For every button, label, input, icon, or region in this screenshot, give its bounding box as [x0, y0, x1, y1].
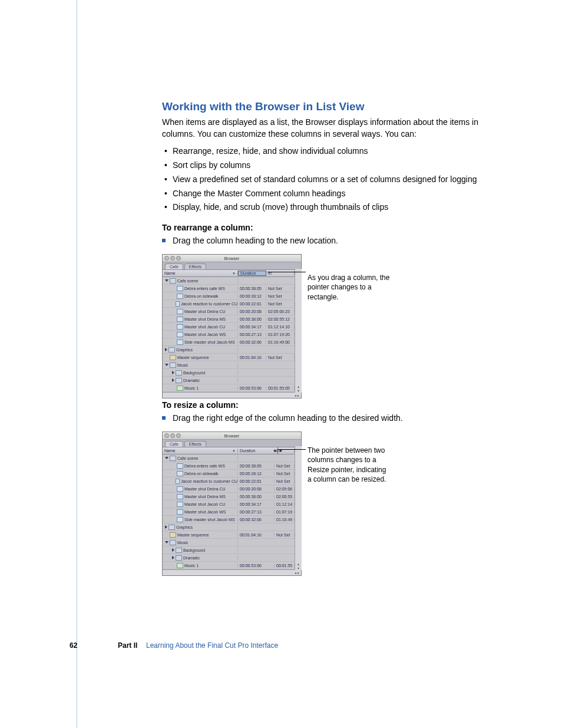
horizontal-scrollbar[interactable]: ◂ ▸: [163, 569, 301, 575]
table-row[interactable]: Jacob reaction to customer CU00:00:22:01…: [163, 477, 301, 485]
list-item: Rearrange, resize, hide, and show indivi…: [162, 144, 510, 159]
section-intro: When items are displayed as a list, the …: [162, 117, 510, 140]
table-row[interactable]: Dramatic: [163, 554, 301, 562]
tab-effects[interactable]: Effects: [184, 263, 206, 269]
window-title: Browser: [163, 434, 301, 438]
table-row[interactable]: Graphics: [163, 346, 301, 354]
table-row[interactable]: Debra enters cafe WS00:00:38:05Not Set: [163, 285, 301, 292]
window-titlebar: Browser: [163, 432, 301, 440]
table-row[interactable]: Master sequence00:01:04:16Not Set: [163, 531, 301, 539]
table-row[interactable]: Master shot Debra MS00:00:38:0002:00:55: [163, 493, 301, 500]
margin-rule: [77, 0, 77, 728]
task1-step: Drag the column heading to the new locat…: [162, 235, 510, 247]
callout-leader: [267, 272, 306, 272]
table-row[interactable]: Master shot Debra CU00:00:20:0802:05:06:…: [163, 308, 301, 315]
tab-cafe[interactable]: Cafe: [165, 441, 183, 447]
list-item: Change the Master Comment column heading…: [162, 187, 510, 201]
table-row[interactable]: Cafe scene: [163, 277, 301, 285]
window-title: Browser: [163, 256, 301, 261]
table-row[interactable]: Debra on sidewalk00:00:28:12Not Set: [163, 470, 301, 477]
figure-resize: Browser Cafe Effects Name ▼ Duration In …: [162, 431, 510, 561]
column-header-row: Name ▼ Duration In: [163, 270, 301, 277]
browser-tabs: Cafe Effects: [163, 440, 301, 447]
table-row[interactable]: Dramatic: [163, 377, 301, 384]
table-row[interactable]: Background: [163, 546, 301, 554]
column-name-label: Name: [164, 449, 176, 453]
task1-heading: To rearrange a column:: [162, 223, 510, 232]
table-row[interactable]: Master sequence00:01:04:16Not Set: [163, 354, 301, 361]
list-item: Display, hide, and scrub (move) through …: [162, 200, 510, 215]
table-row[interactable]: Music: [163, 539, 301, 546]
browser-tabs: Cafe Effects: [163, 262, 301, 270]
table-row[interactable]: Master shot Jacob CU00:00:34:1701:12:14: [163, 500, 301, 508]
browser-rows: Cafe scene Debra enters cafe WS00:00:38:…: [163, 277, 301, 392]
window-titlebar: Browser: [163, 255, 301, 262]
column-name-label: Name: [164, 271, 176, 275]
task2-heading: To resize a column:: [162, 400, 510, 410]
table-row[interactable]: Master shot Jacob WS00:00:27:1301:07:19:…: [163, 331, 301, 338]
list-item: Sort clips by columns: [162, 159, 510, 173]
figure-rearrange: Browser Cafe Effects Name ▼ Duration In …: [162, 254, 510, 384]
tab-effects[interactable]: Effects: [184, 441, 206, 447]
column-duration[interactable]: Duration: [238, 449, 275, 453]
task2-step: Drag the right edge of the column headin…: [162, 412, 510, 424]
sort-indicator-icon: ▼: [232, 272, 236, 275]
table-row[interactable]: Cafe scene: [163, 454, 301, 462]
part-label: Part II: [118, 641, 137, 650]
figure-caption: The pointer between two columns changes …: [308, 446, 390, 484]
tab-cafe[interactable]: Cafe: [165, 263, 183, 269]
table-row[interactable]: Graphics: [163, 523, 301, 531]
browser-window: Browser Cafe Effects Name ▼ Duration In …: [162, 254, 302, 398]
table-row[interactable]: Background: [163, 369, 301, 377]
page-number: 62: [70, 641, 77, 650]
feature-list: Rearrange, resize, hide, and show indivi…: [162, 144, 510, 215]
page-content: Working with the Browser in List View Wh…: [162, 100, 510, 578]
vertical-scrollbar[interactable]: ▴▾: [295, 446, 302, 570]
list-item: View a predefined set of standard column…: [162, 173, 510, 187]
chapter-title: Learning About the Final Cut Pro Interfa…: [146, 641, 278, 650]
browser-rows: Cafe scene Debra enters cafe WS00:00:38:…: [163, 454, 301, 569]
table-row[interactable]: Jacob reaction to customer CU00:00:22:01…: [163, 300, 301, 308]
column-name[interactable]: Name ▼: [163, 449, 238, 453]
section-title: Working with the Browser in List View: [162, 100, 510, 113]
callout-leader: [278, 449, 306, 450]
vertical-scrollbar[interactable]: ▴▾: [295, 269, 302, 393]
table-row[interactable]: Debra enters cafe WS00:00:38:05Not Set: [163, 462, 301, 470]
table-row[interactable]: Music 100:00:53:0600:01:55: [163, 562, 301, 569]
column-name[interactable]: Name ▼: [163, 271, 238, 275]
column-duration-dragging[interactable]: Duration: [238, 271, 266, 276]
table-row[interactable]: Master shot Debra CU00:00:20:0802:05:06: [163, 485, 301, 493]
table-row[interactable]: Master shot Jacob WS00:00:27:1301:07:19: [163, 508, 301, 516]
table-row[interactable]: Master shot Jacob CU00:00:34:1701:12:14:…: [163, 323, 301, 331]
horizontal-scrollbar[interactable]: ◂ ▸: [163, 392, 301, 398]
table-row[interactable]: Side master shot Jacob MS00:00:32:0601:1…: [163, 516, 301, 523]
table-row[interactable]: Music: [163, 361, 301, 369]
resize-cursor-icon: ◂│▸: [273, 447, 283, 453]
figure-caption: As you drag a column, the pointer change…: [308, 273, 390, 302]
sort-indicator-icon: ▼: [232, 449, 236, 453]
table-row[interactable]: Music 100:00:53:0600:01:55:05: [163, 384, 301, 392]
browser-window: Browser Cafe Effects Name ▼ Duration In …: [162, 431, 302, 576]
table-row[interactable]: Side master shot Jacob MS00:00:32:0601:1…: [163, 338, 301, 346]
table-row[interactable]: Master shot Debra MS00:00:38:0002:00:55:…: [163, 315, 301, 323]
table-row[interactable]: Debra on sidewalk00:00:28:12Not Set: [163, 292, 301, 300]
